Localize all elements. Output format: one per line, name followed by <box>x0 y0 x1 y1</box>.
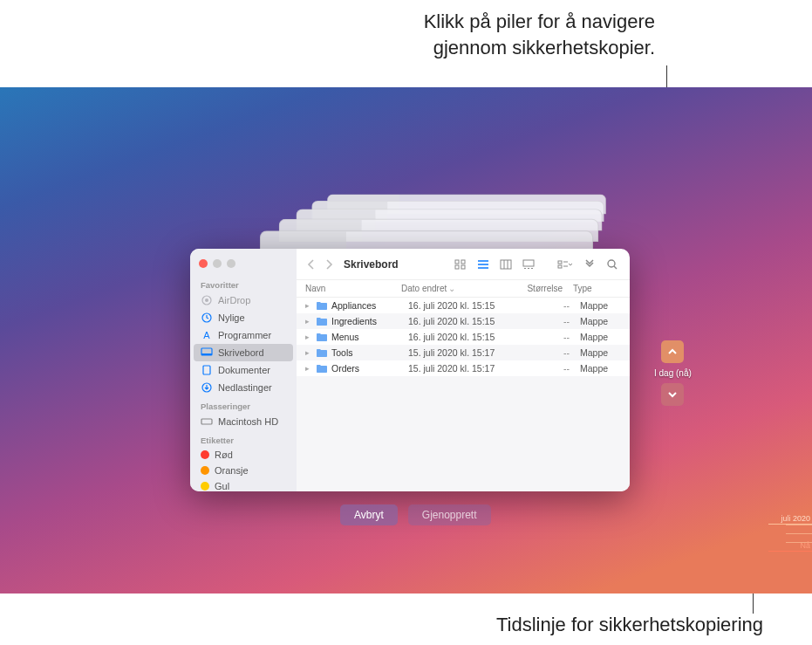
time-machine-desktop: Favoritter AirDrop Nylige A Programmer S… <box>0 87 812 594</box>
sort-indicator-icon: ⌄ <box>448 284 455 293</box>
svg-point-20 <box>608 260 615 267</box>
file-size: -- <box>522 347 570 358</box>
restore-button[interactable]: Gjenopprett <box>408 504 491 525</box>
timeline-now-marker[interactable]: Nå <box>768 551 812 552</box>
disclosure-triangle-icon[interactable]: ▸ <box>305 317 312 326</box>
file-size: -- <box>522 363 570 374</box>
file-type: Mappe <box>570 316 621 326</box>
airdrop-icon <box>201 294 213 306</box>
disclosure-triangle-icon[interactable]: ▸ <box>305 301 312 310</box>
window-controls[interactable] <box>190 256 297 275</box>
disclosure-triangle-icon[interactable]: ▸ <box>305 333 312 341</box>
svg-rect-11 <box>455 265 459 269</box>
file-size: -- <box>522 316 570 326</box>
svg-rect-18 <box>558 261 562 264</box>
timeline-month-marker[interactable]: juli 2020 <box>768 524 812 525</box>
finder-window: Favoritter AirDrop Nylige A Programmer S… <box>190 249 630 491</box>
sidebar-tag-yellow[interactable]: Gul <box>190 478 297 491</box>
sidebar-item-recents[interactable]: Nylige <box>190 309 297 326</box>
sidebar-item-applications[interactable]: A Programmer <box>190 326 297 344</box>
cancel-button[interactable]: Avbryt <box>340 504 398 525</box>
sidebar-item-desktop[interactable]: Skrivebord <box>194 344 293 361</box>
downloads-icon <box>201 381 213 394</box>
svg-rect-17 <box>531 268 533 269</box>
close-button[interactable] <box>199 259 208 268</box>
file-date: 16. juli 2020 kl. 15:15 <box>408 332 522 342</box>
file-date: 16. juli 2020 kl. 15:15 <box>408 300 522 311</box>
forward-button[interactable] <box>323 259 335 270</box>
view-list-button[interactable] <box>474 257 492 271</box>
finder-toolbar: Skrivebord <box>297 249 630 280</box>
file-row[interactable]: ▸Menus16. juli 2020 kl. 15:15--Mappe <box>297 329 630 345</box>
column-headers[interactable]: Navn Dato endret⌄ Størrelse Type <box>297 280 630 298</box>
sidebar-tag-red[interactable]: Rød <box>190 447 297 463</box>
sidebar-item-documents[interactable]: Dokumenter <box>190 361 297 379</box>
svg-rect-12 <box>461 265 465 269</box>
view-columns-button[interactable] <box>497 257 515 271</box>
col-size[interactable]: Størrelse <box>515 284 563 293</box>
file-name: Orders <box>331 363 408 374</box>
back-button[interactable] <box>305 259 317 270</box>
svg-text:A: A <box>203 330 210 340</box>
minimize-button[interactable] <box>213 259 222 268</box>
svg-point-1 <box>205 298 208 302</box>
callout-arrows: Klikk på piler for å navigeregjennom sik… <box>424 9 655 60</box>
file-name: Menus <box>331 332 408 342</box>
sidebar-section-locations: Plasseringer <box>190 396 297 413</box>
folder-icon <box>316 363 328 374</box>
folder-icon <box>316 347 328 358</box>
file-type: Mappe <box>570 347 621 358</box>
file-date: 16. juli 2020 kl. 15:15 <box>408 316 522 326</box>
file-name: Appliances <box>331 300 408 311</box>
svg-rect-15 <box>524 268 526 269</box>
col-date[interactable]: Dato endret⌄ <box>401 284 515 293</box>
svg-rect-19 <box>558 265 562 268</box>
svg-rect-6 <box>203 366 210 374</box>
callout-timeline: Tidslinje for sikkerhetskopiering <box>496 614 763 636</box>
svg-rect-16 <box>528 268 529 269</box>
search-button[interactable] <box>604 257 621 272</box>
file-type: Mappe <box>570 300 621 311</box>
folder-icon <box>316 332 328 342</box>
file-size: -- <box>522 332 570 342</box>
disclosure-triangle-icon[interactable]: ▸ <box>305 364 312 373</box>
svg-rect-5 <box>201 353 212 355</box>
file-row[interactable]: ▸Appliances16. juli 2020 kl. 15:15--Mapp… <box>297 298 630 313</box>
col-name[interactable]: Navn <box>305 284 401 293</box>
file-row[interactable]: ▸Orders15. juli 2020 kl. 15:17--Mappe <box>297 360 630 376</box>
group-button[interactable] <box>555 257 576 271</box>
clock-icon <box>201 312 213 324</box>
file-date: 15. juli 2020 kl. 15:17 <box>408 347 522 358</box>
sidebar-section-favorites: Favoritter <box>190 275 297 292</box>
svg-rect-8 <box>201 419 212 424</box>
more-button[interactable] <box>581 257 598 271</box>
view-gallery-button[interactable] <box>520 257 537 271</box>
disclosure-triangle-icon[interactable]: ▸ <box>305 348 312 357</box>
col-type[interactable]: Type <box>563 284 621 293</box>
backup-timeline[interactable]: juli 2020 Nå <box>760 332 812 552</box>
window-title: Skrivebord <box>344 258 399 271</box>
folder-icon <box>316 316 328 326</box>
svg-rect-9 <box>455 260 459 264</box>
sidebar-item-macintosh-hd[interactable]: Macintosh HD <box>190 413 297 430</box>
action-buttons: Avbryt Gjenopprett <box>340 504 491 525</box>
sidebar-tag-orange[interactable]: Oransje <box>190 463 297 478</box>
svg-rect-10 <box>461 260 465 264</box>
tag-dot <box>201 466 209 475</box>
file-list[interactable]: ▸Appliances16. juli 2020 kl. 15:15--Mapp… <box>297 298 630 491</box>
tag-dot <box>201 482 209 491</box>
file-size: -- <box>522 300 570 311</box>
disk-icon <box>201 415 213 428</box>
file-row[interactable]: ▸Tools15. juli 2020 kl. 15:17--Mappe <box>297 345 630 360</box>
sidebar-item-airdrop[interactable]: AirDrop <box>190 292 297 309</box>
folder-icon <box>316 300 328 311</box>
file-row[interactable]: ▸Ingredients16. juli 2020 kl. 15:15--Map… <box>297 313 630 329</box>
current-backup-label: I dag (nå) <box>654 368 692 378</box>
zoom-button[interactable] <box>227 259 235 268</box>
finder-main: Skrivebord Navn Dato endret⌄ Størrelse T… <box>297 249 630 491</box>
view-icons-button[interactable] <box>452 257 469 271</box>
sidebar-item-downloads[interactable]: Nedlastinger <box>190 379 297 396</box>
nav-up-button[interactable] <box>661 340 684 363</box>
nav-down-button[interactable] <box>661 383 684 406</box>
svg-rect-13 <box>501 260 511 269</box>
